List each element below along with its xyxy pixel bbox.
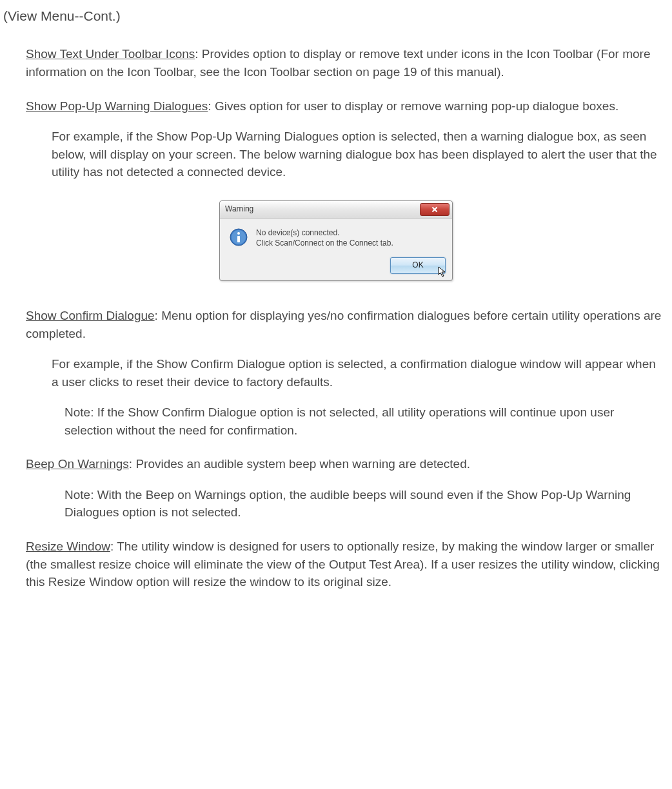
term-show-confirm: Show Confirm Dialogue [26, 309, 155, 322]
svg-marker-4 [439, 267, 445, 277]
section-beep: Beep On Warnings: Provides an audible sy… [26, 455, 669, 521]
dialog-body: No device(s) connected. Click Scan/Conne… [220, 219, 452, 253]
term-show-text: Show Text Under Toolbar Icons [26, 47, 195, 61]
cursor-icon [438, 266, 447, 278]
note-show-confirm: Note: If the Show Confirm Dialogue optio… [64, 404, 656, 439]
body-show-popup: : Gives option for user to display or re… [208, 99, 618, 113]
term-show-popup: Show Pop-Up Warning Dialogues [26, 99, 208, 113]
example-show-popup: For example, if the Show Pop-Up Warning … [52, 128, 662, 181]
close-icon[interactable] [420, 203, 450, 216]
dialog-figure: Warning No device(s) connected. Click Sc… [3, 200, 669, 281]
svg-rect-3 [237, 236, 240, 242]
dialog-line-2: Click Scan/Connect on the Connect tab. [256, 238, 393, 248]
body-resize: : The utility window is designed for use… [26, 540, 660, 589]
dialog-title: Warning [225, 204, 253, 215]
dialog-text: No device(s) connected. Click Scan/Conne… [256, 228, 393, 248]
dialog-footer: OK [220, 253, 452, 280]
section-resize: Resize Window: The utility window is des… [26, 538, 669, 591]
section-show-confirm: Show Confirm Dialogue: Menu option for d… [26, 307, 669, 439]
section-show-popup: Show Pop-Up Warning Dialogues: Gives opt… [26, 97, 669, 181]
note-beep: Note: With the Beep on Warnings option, … [64, 486, 656, 521]
svg-point-2 [237, 232, 240, 235]
warning-dialog: Warning No device(s) connected. Click Sc… [219, 200, 453, 281]
page-title: (View Menu--Cont.) [3, 6, 669, 26]
section-show-text: Show Text Under Toolbar Icons: Provides … [26, 45, 669, 81]
term-resize: Resize Window [26, 540, 110, 553]
body-beep: : Provides an audible system beep when w… [129, 457, 470, 471]
dialog-line-1: No device(s) connected. [256, 228, 393, 238]
info-icon [229, 228, 248, 247]
term-beep: Beep On Warnings [26, 457, 129, 471]
dialog-titlebar: Warning [220, 201, 452, 219]
example-show-confirm: For example, if the Show Confirm Dialogu… [52, 355, 662, 391]
